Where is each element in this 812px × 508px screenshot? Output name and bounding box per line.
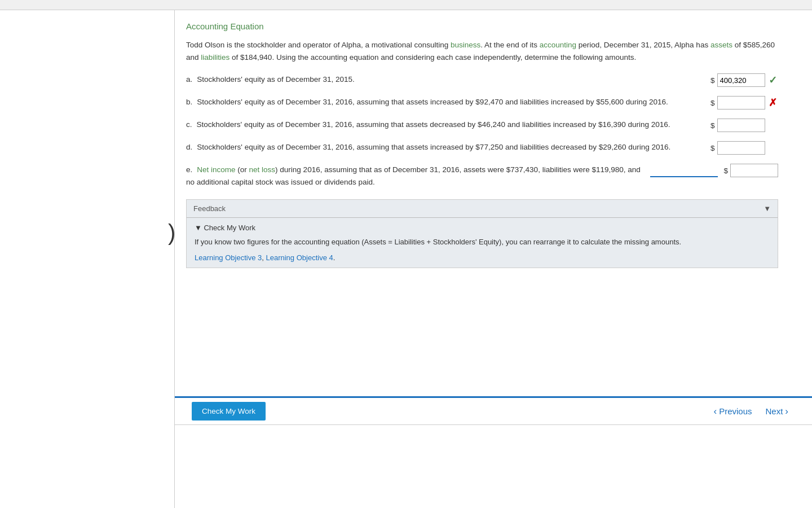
answer-input-c[interactable] [717,119,765,132]
question-b-text: Stockholders' equity as of December 31, … [197,98,668,106]
question-text-d: d.Stockholders' equity as of December 31… [186,141,710,154]
answer-area-d: $ [710,141,778,155]
feedback-header-label: Feedback [193,204,226,213]
question-row-e: e.Net income (or net loss) during 2016, … [186,164,778,188]
intro-text-3: period, December 31, 2015, Alpha has [576,41,710,49]
intro-business: business [451,41,480,49]
bottom-footer [175,424,812,508]
intro-text-1: Todd Olson is the stockholder and operat… [186,41,451,49]
intro-text-5: of $184,940. Using the accounting equati… [230,53,636,62]
question-row-d: d.Stockholders' equity as of December 31… [186,141,778,155]
previous-label: Previous [719,406,752,416]
question-text-e: e.Net income (or net loss) during 2016, … [186,164,650,188]
e-net-loss: net loss [249,165,276,174]
chevron-left-icon: ‹ [713,406,717,417]
question-label-c: c. [186,120,192,129]
answer-area-b: $ ✗ [710,96,778,110]
question-text-b: b.Stockholders' equity as of December 31… [186,96,710,108]
question-text-c: c.Stockholders' equity as of December 31… [186,119,710,131]
dollar-a: $ [710,76,715,85]
question-label-d: d. [186,143,192,151]
nav-buttons: ‹ Previous Next › [707,402,795,421]
feedback-links: Learning Objective 3, Learning Objective… [195,253,770,262]
question-row-a: a.Stockholders' equity as of December 31… [186,73,778,87]
check-my-work-button[interactable]: Check My Work [192,402,266,421]
question-text-a: a.Stockholders' equity as of December 31… [186,73,710,86]
question-d-text: Stockholders' equity as of December 31, … [197,143,670,151]
answer-input-d[interactable] [717,141,765,155]
dollar-b: $ [710,99,715,107]
dollar-e: $ [723,167,728,175]
question-row-c: c.Stockholders' equity as of December 31… [186,119,778,132]
content-area: Accounting Equation Todd Olson is the st… [175,10,795,279]
left-panel [0,10,175,508]
chevron-right-icon: › [785,406,788,417]
intro-assets: assets [710,41,732,49]
intro-text-2: . At the end of its [480,41,539,49]
question-label-a: a. [186,75,192,84]
e-net-income: Net income [197,165,235,174]
feedback-header: Feedback ▼ [187,200,778,218]
incorrect-icon-b: ✗ [769,97,777,109]
bottom-bar: Check My Work ‹ Previous Next › [175,396,812,424]
question-c-text: Stockholders' equity as of December 31, … [197,120,670,129]
answer-area-c: $ [710,119,778,132]
top-bar [0,0,812,10]
answer-input-e[interactable] [730,164,778,177]
next-button[interactable]: Next › [758,402,795,421]
question-label-b: b. [186,98,192,106]
check-my-work-feedback-label: ▼ Check My Work [195,224,770,232]
answer-area-e: $ [650,164,778,177]
intro-liabilities: liabilities [201,53,230,62]
intro-text: Todd Olson is the stockholder and operat… [186,39,778,63]
e-line-input[interactable] [650,164,718,177]
answer-input-b[interactable] [717,96,765,110]
dollar-c: $ [710,121,715,130]
check-my-work-feedback-text: ▼ Check My Work [195,224,255,232]
parenthesis-decoration: ) [168,220,175,246]
learning-obj-4-link[interactable]: Learning Objective 4 [266,253,333,262]
correct-icon-a: ✓ [769,74,777,86]
question-row-b: b.Stockholders' equity as of December 31… [186,96,778,110]
intro-accounting: accounting [540,41,576,49]
previous-button[interactable]: ‹ Previous [707,402,758,421]
question-a-text: Stockholders' equity as of December 31, … [197,75,355,84]
answer-input-a[interactable] [717,73,765,87]
e-text-2: (or [236,165,249,174]
answer-area-a: $ ✓ [710,73,778,87]
feedback-body: ▼ Check My Work If you know two figures … [187,218,778,268]
collapse-icon[interactable]: ▼ [764,204,771,213]
section-title: Accounting Equation [186,21,778,31]
dollar-d: $ [710,144,715,152]
feedback-body-text: If you know two figures for the accounti… [195,237,770,248]
question-label-e: e. [186,165,192,174]
next-label: Next [765,406,783,416]
feedback-section: Feedback ▼ ▼ Check My Work If you know t… [186,199,778,268]
learning-obj-3-link[interactable]: Learning Objective 3 [195,253,262,262]
